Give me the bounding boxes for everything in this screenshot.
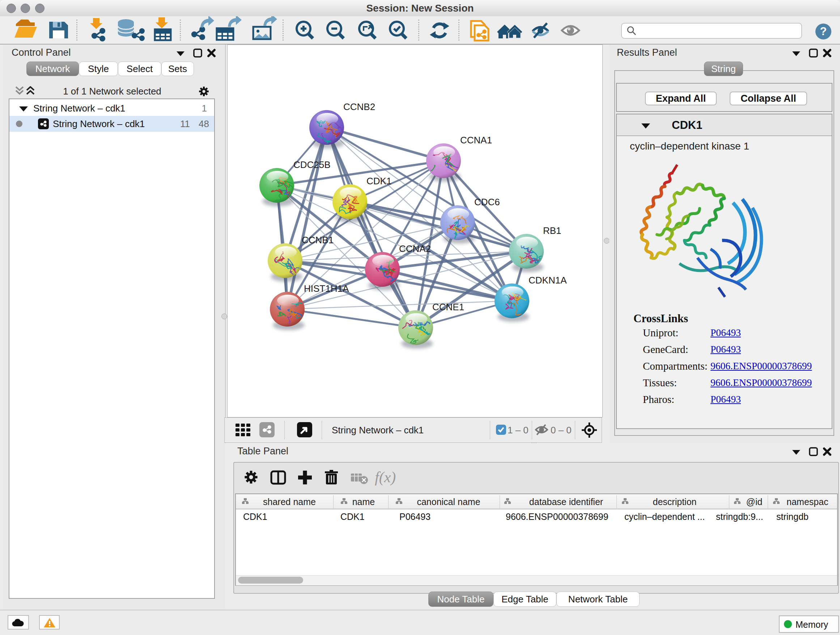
svg-text:CCNA2: CCNA2 (399, 243, 431, 254)
svg-text:CDKN1A: CDKN1A (529, 275, 567, 286)
svg-text:CDC25B: CDC25B (294, 159, 331, 170)
svg-text:CCNE1: CCNE1 (432, 302, 464, 312)
svg-text:CCNA1: CCNA1 (460, 135, 492, 146)
svg-text:CDK1: CDK1 (366, 176, 392, 187)
svg-text:HIST1H1A: HIST1H1A (304, 283, 349, 294)
svg-text:CCNB1: CCNB1 (302, 234, 333, 245)
svg-text:RB1: RB1 (543, 225, 561, 236)
svg-text:CDC6: CDC6 (474, 196, 500, 207)
svg-text:CCNB2: CCNB2 (343, 101, 375, 112)
